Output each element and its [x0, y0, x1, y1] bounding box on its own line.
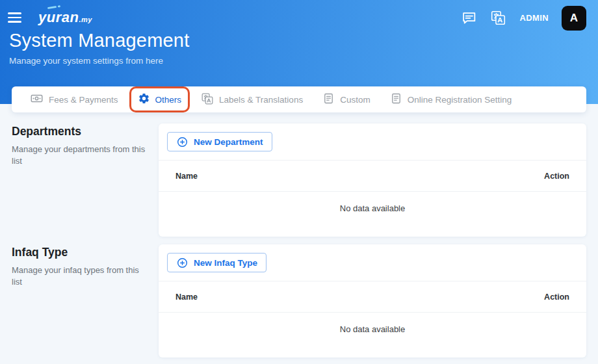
section-description: Manage your departments from this list: [12, 144, 151, 167]
section-info: Departments Manage your departments from…: [12, 124, 159, 167]
page-title: System Management: [9, 30, 598, 51]
top-bar: yuran.my ADMIN A: [0, 0, 598, 29]
empty-state-text: No data available: [159, 313, 586, 358]
empty-state-text: No data available: [159, 192, 586, 237]
tab-label: Others: [155, 95, 182, 105]
infaq-type-card: New Infaq Type Name Action No data avail…: [159, 244, 586, 358]
tab-label: Online Registration Setting: [408, 95, 512, 105]
button-label: New Department: [194, 137, 263, 147]
tab-online-registration-setting[interactable]: Online Registration Setting: [390, 92, 512, 107]
gear-icon: [138, 92, 150, 107]
section-description: Manage your infaq types from this list: [12, 265, 151, 288]
document-icon: [322, 92, 335, 107]
card-toolbar: New Department: [159, 124, 586, 160]
logo-text: yuran: [38, 9, 79, 25]
section-infaq-type: Infaq Type Manage your infaq types from …: [12, 244, 586, 358]
tab-bar: Fees & Payments Others Labels & Translat…: [12, 86, 586, 112]
logo-suffix: .my: [79, 16, 92, 23]
section-title: Infaq Type: [12, 246, 151, 259]
translate-icon[interactable]: [490, 10, 506, 26]
plus-circle-icon: [176, 136, 188, 148]
hamburger-menu-icon[interactable]: [8, 12, 21, 23]
main-content: Departments Manage your departments from…: [0, 104, 598, 358]
column-header-action: Action: [544, 172, 569, 181]
new-department-button[interactable]: New Department: [167, 132, 272, 151]
chat-icon[interactable]: [461, 10, 477, 26]
departments-card: New Department Name Action No data avail…: [159, 124, 586, 237]
table-header-row: Name Action: [159, 281, 586, 313]
translate-icon: [201, 92, 214, 107]
table-header-row: Name Action: [159, 160, 586, 192]
card-toolbar: New Infaq Type: [159, 244, 586, 281]
button-label: New Infaq Type: [194, 258, 257, 268]
tab-label: Labels & Translations: [219, 95, 303, 105]
top-bar-actions: ADMIN A: [461, 5, 586, 31]
banknote-icon: [30, 92, 44, 107]
page-subtitle: Manage your system settings from here: [9, 56, 598, 66]
section-info: Infaq Type Manage your infaq types from …: [12, 244, 159, 288]
column-header-name: Name: [176, 172, 198, 181]
section-title: Departments: [12, 125, 151, 138]
column-header-action: Action: [544, 292, 569, 302]
column-header-name: Name: [176, 292, 198, 302]
tab-label: Fees & Payments: [49, 95, 118, 105]
tab-label: Custom: [340, 95, 370, 105]
tab-others[interactable]: Others: [138, 92, 182, 107]
tab-labels-and-translations[interactable]: Labels & Translations: [201, 92, 303, 107]
avatar[interactable]: A: [562, 6, 586, 31]
tab-fees-and-payments[interactable]: Fees & Payments: [30, 92, 118, 107]
tab-custom[interactable]: Custom: [322, 92, 370, 107]
document-icon: [390, 92, 402, 107]
section-departments: Departments Manage your departments from…: [12, 124, 586, 237]
app-logo[interactable]: yuran.my: [38, 9, 92, 26]
new-infaq-type-button[interactable]: New Infaq Type: [167, 253, 266, 272]
plus-circle-icon: [176, 257, 188, 269]
admin-label: ADMIN: [519, 13, 549, 23]
